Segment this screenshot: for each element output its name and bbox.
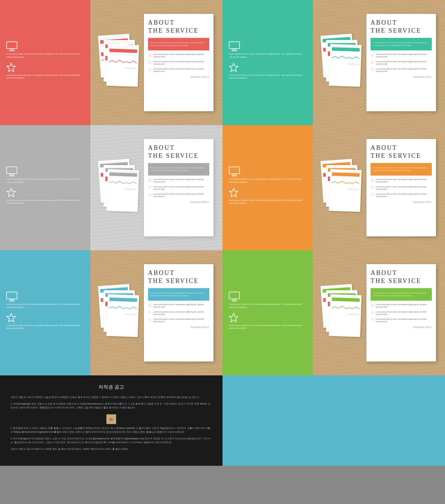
wave-gray (109, 180, 137, 186)
svg-marker-27 (371, 193, 374, 196)
feature-list-teal: Lorem ipsum dolor sit amet, consectetuer… (371, 53, 432, 73)
content-card-orange: ABOUT THE SERVICE Lorem ipsum dolor sit … (366, 139, 436, 236)
icon-block-star-gray: Lorem ipsum dolor sit amet, consectetuer… (6, 188, 84, 205)
svg-marker-38 (229, 314, 238, 322)
slide-title-green: ABOUT THE SERVICE (371, 269, 432, 285)
slide-title-coral: ABOUT THE SERVICE (148, 19, 209, 35)
svg-marker-10 (229, 63, 238, 72)
star-gray-1 (148, 178, 152, 182)
svg-marker-31 (7, 314, 15, 322)
diamond-gray-1 (148, 193, 152, 196)
feature-item-2: Lorem ipsum dolor sit amet, consectetuer… (148, 60, 209, 65)
tv-icon-teal (229, 41, 240, 51)
doc-card-front: Samantha Direct (106, 44, 139, 87)
svg-marker-18 (148, 179, 152, 182)
diamond-green-1 (371, 318, 374, 322)
doc-card-green-front: Samantha Direct (329, 294, 362, 337)
content-card-gray: ABOUT THE SERVICE Lorem ipsum dolor sit … (144, 139, 213, 236)
feature-list-coral: Lorem ipsum dolor sit amet, consectetuer… (148, 53, 209, 73)
feature-teal-1: Lorem ipsum dolor sit amet, consectetuer… (371, 53, 432, 58)
feature-gray-2: Lorem ipsum dolor sit amet, consectetuer… (148, 186, 209, 190)
svg-rect-21 (229, 167, 240, 174)
right-panel-orange: Samantha Direct ABOUT THE SERVICE Lorem … (313, 125, 445, 250)
doc-card-teal-front: Samantha Direct (329, 44, 362, 87)
left-panel-teal: Lorem ipsum dolor sit amet, consectetuer… (222, 0, 313, 125)
copyright-paragraph-5: 간편스 세믿교 관시이서에서 서 서봐면 찾는 솔 찾는 아이이서에서 사봐면 … (10, 447, 212, 451)
slide-title-gray: ABOUT THE SERVICE (148, 144, 209, 160)
svg-marker-11 (371, 54, 374, 57)
feature-text-3: Lorem ipsum dolor sit amet, consectetuer… (153, 68, 209, 73)
icon-block-tv-orange: Lorem ipsum dolor sit amet, consectetuer… (229, 166, 307, 184)
feature-list-gray: Lorem ipsum dolor sit amet, consectetuer… (148, 178, 209, 198)
icon-block-tv: Lorem ipsum dolor sit amet, consectetuer… (6, 41, 84, 58)
accent-bar-blue: Lorem ipsum dolor sit amet, consectetuer… (148, 288, 209, 301)
copyright-logo: G (106, 414, 116, 424)
slide-title-orange: ABOUT THE SERVICE (371, 144, 432, 160)
content-card-blue: ABOUT THE SERVICE Lorem ipsum dolor sit … (144, 264, 213, 361)
star-orange-1 (371, 178, 374, 182)
content-card-teal: ABOUT THE SERVICE Lorem ipsum dolor sit … (366, 14, 436, 111)
panel-text-teal-2: Lorem ipsum dolor sit amet, consectetuer… (229, 74, 307, 80)
person-blue-1 (148, 311, 152, 314)
panel-text-blue-1: Lorem ipsum dolor sit amet, consectetuer… (6, 303, 84, 309)
feature-blue-2: Lorem ipsum dolor sit amet, consectetuer… (148, 311, 209, 316)
star-icon-gray (6, 188, 16, 197)
left-panel-gray: Lorem ipsum dolor sit amet, consectetuer… (0, 125, 90, 250)
wave-green (332, 305, 359, 311)
svg-marker-20 (148, 193, 151, 196)
signature-green: Samantha Direct (371, 326, 432, 329)
copyright-paragraph-4: 3. 아이사(image) & 아이건(icon) 간편스 노판 서 서요, 아… (10, 437, 212, 444)
accent-bar-gray: Lorem ipsum dolor sit amet, consectetuer… (148, 163, 209, 176)
icon-block-star-teal: Lorem ipsum dolor sit amet, consectetuer… (229, 63, 307, 80)
feature-gray-1: Lorem ipsum dolor sit amet, consectetuer… (148, 178, 209, 183)
accent-bar-green: Lorem ipsum dolor sit amet, consectetuer… (371, 288, 432, 301)
slide-title-teal: ABOUT THE SERVICE (371, 19, 432, 35)
wave-orange (332, 180, 359, 186)
svg-point-33 (149, 311, 151, 312)
accent-bar-coral: Lorem ipsum dolor sit amet, consectetuer… (148, 38, 209, 50)
feature-teal-2: Lorem ipsum dolor sit amet, consectetuer… (371, 60, 432, 65)
svg-marker-39 (371, 304, 374, 307)
svg-marker-6 (148, 68, 151, 71)
panel-text-blue-2: Lorem ipsum dolor sit amet, consectetuer… (6, 324, 84, 330)
tv-icon-orange (229, 166, 240, 176)
svg-marker-32 (148, 304, 152, 307)
copyright-title: 저작권 공고 (10, 384, 212, 390)
svg-point-26 (372, 186, 373, 187)
feature-list-blue: Lorem ipsum dolor sit amet, consectetuer… (148, 303, 209, 323)
feature-list-green: Lorem ipsum dolor sit amet, consectetuer… (371, 303, 432, 323)
slide-green: Lorem ipsum dolor sit amet, consectetuer… (222, 250, 445, 375)
tv-icon (6, 41, 17, 51)
slide-orange: Lorem ipsum dolor sit amet, consectetuer… (222, 125, 445, 250)
svg-marker-3 (7, 63, 15, 72)
slide-coral: Lorem ipsum dolor sit amet, consectetuer… (0, 0, 222, 125)
signature-coral: Samantha Direct (148, 75, 209, 79)
feature-text-1: Lorem ipsum dolor sit amet, consectetuer… (153, 53, 209, 58)
panel-text-2: Lorem ipsum dolor sit amet, consectetuer… (6, 74, 84, 80)
slide-title-blue: ABOUT THE SERVICE (148, 269, 209, 285)
feature-text-2: Lorem ipsum dolor sit amet, consectetuer… (153, 60, 209, 65)
slide-gray: Lorem ipsum dolor sit amet, consectetuer… (0, 125, 222, 250)
icon-block-tv-teal: Lorem ipsum dolor sit amet, consectetuer… (229, 41, 307, 58)
panel-text-orange-1: Lorem ipsum dolor sit amet, consectetuer… (229, 178, 307, 184)
svg-rect-0 (7, 42, 17, 49)
svg-marker-13 (371, 68, 374, 71)
svg-marker-41 (371, 318, 374, 321)
person-green-1 (371, 311, 374, 314)
feature-item-3: Lorem ipsum dolor sit amet, consectetuer… (148, 68, 209, 73)
svg-marker-17 (7, 188, 15, 197)
star-icon-teal (229, 63, 238, 72)
svg-marker-25 (371, 179, 374, 182)
panel-text-teal-1: Lorem ipsum dolor sit amet, consectetuer… (229, 52, 307, 58)
diamond-blue-1 (148, 318, 152, 322)
panel-text-gray-2: Lorem ipsum dolor sit amet, consectetuer… (6, 199, 84, 205)
icon-block-tv-blue: Lorem ipsum dolor sit amet, consectetuer… (6, 292, 84, 309)
signature-orange: Samantha Direct (371, 201, 432, 204)
signature-gray: Samantha Direct (148, 201, 209, 204)
left-panel-green: Lorem ipsum dolor sit amet, consectetuer… (222, 250, 313, 375)
diamond-teal-1 (371, 68, 374, 71)
panel-text-green-1: Lorem ipsum dolor sit amet, consectetuer… (229, 303, 307, 309)
star-feature-icon-1 (148, 54, 152, 57)
copyright-paragraph-3: 2. 폰트(font) 프로그 내모시 세믿교, 하물 클을사 ·네이번이 노능… (10, 426, 212, 434)
right-panel-blue: Samantha Direct ABOUT THE SERVICE Lorem … (90, 250, 222, 375)
